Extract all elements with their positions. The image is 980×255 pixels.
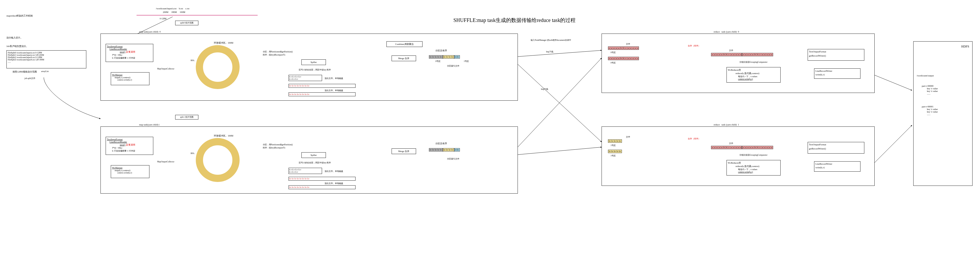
- tof-1: TextOutputFormat getRecordWriter(): [808, 142, 864, 154]
- reuse: 反复调用: [126, 51, 135, 53]
- buffer-title-i: 环形缓冲区。100M: [214, 134, 234, 138]
- index-file-0: 分区索引文件: [447, 64, 459, 67]
- produce-i: 产生一对kv: [112, 147, 152, 149]
- hdfs-f1: part-r-00001: [922, 105, 969, 108]
- r0-merged: a | a | a | a | a | b | b | c | a | a | …: [711, 53, 773, 56]
- range-0: 0-128M: [160, 18, 166, 20]
- f1a: 文件: [626, 135, 630, 138]
- produce: 产生一对kv: [112, 54, 152, 56]
- if-i: 分区索引文件: [447, 157, 459, 160]
- lrw1: LineRecordWriter: [815, 163, 859, 165]
- hdfs-path: /wordcount/output: [916, 74, 969, 77]
- merge-sort-0: 合并（排序）: [688, 44, 700, 47]
- produce2-i: k: 行起始偏移量 v: 行内容: [112, 149, 152, 152]
- k: kv kv kv kv kv: [608, 140, 622, 143]
- wcmapper-0: WcMapper map(k,v,context) context.write(…: [111, 72, 150, 85]
- k2i: kvkv: [454, 148, 460, 151]
- r0-file-a: a | a | a | a | a | b | b | c | a | a | …: [608, 47, 639, 50]
- pct-i: 80%: [191, 152, 194, 155]
- rfn1: reduce(k,迭代器,context): [735, 165, 779, 168]
- z1b: 1号区: [611, 154, 616, 157]
- tif-box-i: TextInputFormat LineRecordReader next() …: [106, 137, 153, 155]
- tof-0: TextOutputFormat getRecordWriter(): [808, 49, 864, 61]
- k: a | a | a | a | a | b | b | c | a | a | …: [608, 47, 639, 50]
- kv2: kvkv: [454, 55, 460, 59]
- sl-ib: 溢出文件。本地磁盘: [325, 182, 343, 185]
- hdfs-title: HDFS: [916, 45, 969, 48]
- r0-file-b: a | a | a | a | a | b | b | c | a | a | …: [608, 57, 639, 60]
- ring-0: [196, 45, 240, 89]
- it1: 每迭代一下，v:values: [738, 168, 779, 171]
- wfn1: write(k,v): [815, 166, 859, 169]
- d1: ......: [927, 113, 969, 115]
- partition-sort-0: 分区且有序: [435, 49, 447, 52]
- merge-0: Merge 合并: [391, 56, 416, 61]
- tof: TextOutputFormat: [809, 50, 863, 53]
- input-sizes: 200M 180M 100M: [156, 11, 185, 13]
- merge-sort-1: 合并（排序）: [688, 137, 700, 140]
- filesplits-box: FileSplit0:/wordcount/input/a.txt 0-128M…: [6, 50, 86, 68]
- combiner-0: Combiner局部聚合: [387, 41, 423, 47]
- spill-hdr-0a: k v k v k v k v k v k v k v: [288, 75, 322, 81]
- z0b: 0号区: [611, 61, 616, 64]
- svg-line-11: [871, 125, 912, 167]
- cw: context.write(k,v): [117, 172, 148, 174]
- kv0: kv kv kv kv kv: [429, 55, 443, 59]
- hdfs-f0: part-r-00000: [922, 85, 969, 87]
- k2: kv kv kv kv kv: [608, 150, 622, 153]
- arraylist-label: arrayList: [41, 70, 49, 72]
- wcmapper-i: WcMapper map(k,v,context) context.write(…: [111, 165, 150, 178]
- tif-i: TextInputFormat: [107, 138, 152, 141]
- hdfs-box: HDFS /wordcount/output part-r-00000 key …: [913, 41, 972, 186]
- collector-0: MapOutputCollector: [157, 67, 174, 70]
- maptask0-header: map task(yarn child) 0: [139, 30, 161, 33]
- spliti-box: split i 切片范围: [175, 115, 198, 120]
- f0m: 文件: [729, 49, 733, 52]
- produce2: k: 行起始偏移量 v: 行内容: [112, 56, 152, 59]
- spill-row-0a: kv kv kv kv kv kv kv kv: [288, 84, 356, 88]
- srk2: kv kv kv kv kv kv kv kv: [289, 186, 309, 188]
- rc: WcReducer类: [728, 68, 779, 72]
- next-i: next(): [120, 143, 126, 146]
- svg-line-1: [515, 62, 601, 142]
- ps-i: 分区且有序: [435, 142, 447, 145]
- tif: TextInputFormat: [107, 45, 152, 48]
- http-dl-1: http下载: [541, 88, 548, 91]
- k2: a | a | a | a | a | b | b | c | a | a | …: [608, 57, 639, 60]
- spill-file-label-0b: 溢出文件。本地磁盘: [325, 89, 343, 92]
- tif-box-0: TextInputFormat LineRecordReader next() …: [106, 44, 153, 62]
- merge-i: Merge 合并: [391, 148, 416, 154]
- input-files: /wordcount/input/a.txt b.txt c.txt: [156, 7, 189, 10]
- rc1: WcReducer类: [728, 161, 779, 165]
- spiller-i: Spiller: [301, 152, 326, 158]
- tof1: TextOutputFormat: [809, 143, 863, 146]
- mfn: map(k,v,context): [115, 169, 148, 172]
- sr-ia: kv kv kv kv kv kv kv kv: [288, 177, 356, 181]
- k1i: kv kv kv kv: [443, 148, 454, 151]
- km2: a | a | a | a | a | b | b | c | a | a | …: [742, 53, 773, 56]
- d0: ......: [927, 92, 969, 95]
- r00: key \t value: [927, 87, 969, 90]
- grp1: 分组比较器GroupingComparator: [740, 154, 767, 156]
- split-desc-l0: 划分输入切片。: [6, 36, 37, 40]
- wcm: WcMapper: [112, 167, 148, 169]
- spill-kv2: kv kv kv kv kv kv kv kv: [289, 93, 309, 96]
- svg-line-0: [515, 50, 601, 57]
- sr-ib: kv kv kv kv kv kv kv kv: [288, 185, 356, 189]
- r1-merged: a | a | a | a | a | b | b | c | a | a | …: [711, 146, 773, 149]
- pink-underline: [137, 15, 258, 16]
- kv1: kv kv kv kv: [443, 55, 454, 59]
- reducetask0-container: [601, 34, 875, 93]
- wcmapper: WcMapper: [112, 74, 148, 76]
- km2: a | a | a | a | a | b | b | c | a | a | …: [742, 146, 773, 149]
- spill-kv: kv kv kv kv kv kv kv kv: [289, 85, 309, 87]
- ring-i: [196, 138, 240, 182]
- svg-line-2: [515, 58, 601, 150]
- srk: kv kv kv kv kv kv kv kv: [289, 178, 309, 180]
- r01: key \t value: [927, 90, 969, 92]
- rfn: reduce(k,迭代器,context): [735, 72, 779, 75]
- k0i: kv kv kv kv kv: [429, 148, 443, 151]
- pct-0: 80%: [191, 59, 194, 62]
- r1-file-b: kv kv kv kv kv: [608, 150, 622, 153]
- pl2-i: 排序：按key的compareTo: [263, 146, 285, 149]
